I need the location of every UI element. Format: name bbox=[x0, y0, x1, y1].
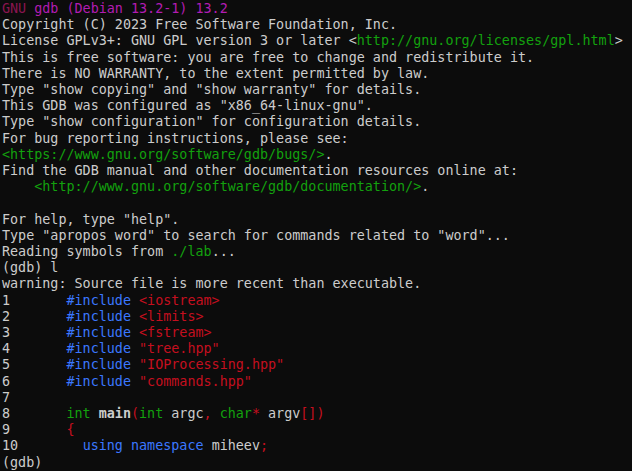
source-line-10: 10 using namespace miheev; bbox=[2, 438, 632, 454]
source-line-9: 9 { bbox=[2, 422, 632, 438]
free-software-line: This is free software: you are free to c… bbox=[2, 50, 632, 66]
warning-line: warning: Source file is more recent than… bbox=[2, 276, 632, 292]
no-warranty-line: There is NO WARRANTY, to the extent perm… bbox=[2, 66, 632, 82]
show-copying-line: Type "show copying" and "show warranty" … bbox=[2, 82, 632, 98]
documentation-url-line: <http://www.gnu.org/software/gdb/documen… bbox=[2, 179, 632, 195]
source-line-7: 7 bbox=[2, 390, 632, 406]
license-line: License GPLv3+: GNU GPL version 3 or lat… bbox=[2, 33, 632, 49]
show-configuration-line: Type "show configuration" for configurat… bbox=[2, 114, 632, 130]
reading-symbols-line: Reading symbols from ./lab... bbox=[2, 244, 632, 260]
source-line-1: 1 #include <iostream> bbox=[2, 293, 632, 309]
help-line: For help, type "help". bbox=[2, 212, 632, 228]
bug-reporting-line: For bug reporting instructions, please s… bbox=[2, 131, 632, 147]
gdb-prompt-list-command-line: (gdb) l bbox=[2, 260, 632, 276]
terminal-output: GNU gdb (Debian 13.2-1) 13.2Copyright (C… bbox=[2, 1, 632, 471]
source-line-3: 3 #include <fstream> bbox=[2, 325, 632, 341]
source-line-8: 8 int main(int argc, char* argv[]) bbox=[2, 406, 632, 422]
source-line-5: 5 #include "IOProcessing.hpp" bbox=[2, 357, 632, 373]
blank-line bbox=[2, 195, 632, 211]
bugs-url-line: <https://www.gnu.org/software/gdb/bugs/>… bbox=[2, 147, 632, 163]
copyright-line: Copyright (C) 2023 Free Software Foundat… bbox=[2, 17, 632, 33]
source-line-6: 6 #include "commands.hpp" bbox=[2, 374, 632, 390]
gdb-prompt-line: (gdb) bbox=[2, 455, 632, 471]
source-line-4: 4 #include "tree.hpp" bbox=[2, 341, 632, 357]
apropos-line: Type "apropos word" to search for comman… bbox=[2, 228, 632, 244]
manual-line: Find the GDB manual and other documentat… bbox=[2, 163, 632, 179]
gdb-version-line: GNU gdb (Debian 13.2-1) 13.2 bbox=[2, 1, 632, 17]
source-line-2: 2 #include <limits> bbox=[2, 309, 632, 325]
terminal-screen[interactable]: GNU gdb (Debian 13.2-1) 13.2Copyright (C… bbox=[0, 0, 632, 471]
configured-as-line: This GDB was configured as "x86_64-linux… bbox=[2, 98, 632, 114]
